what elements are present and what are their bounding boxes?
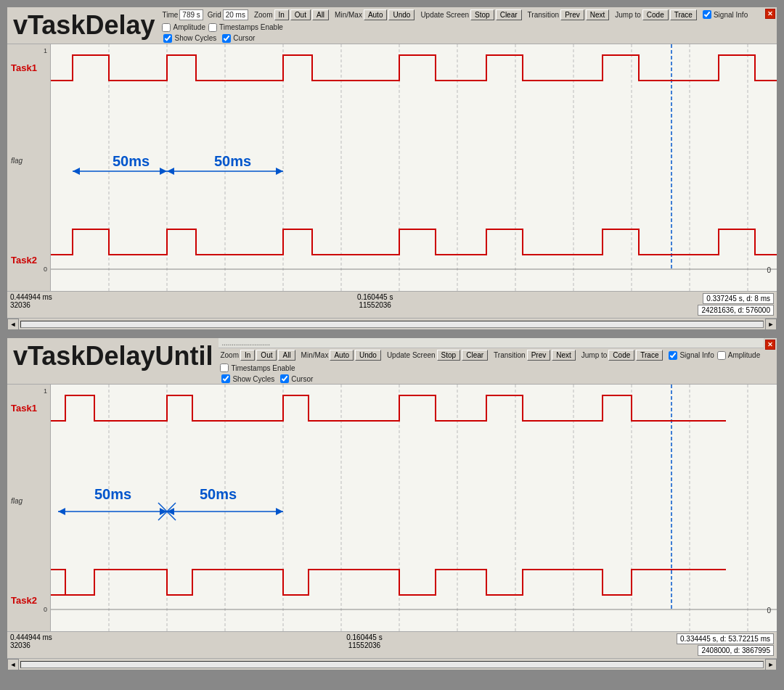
svg-text:50ms: 50ms: [200, 486, 237, 502]
scroll-right-btn2[interactable]: ►: [765, 659, 777, 670]
time-group: Time 789 s Grid 20 ms: [162, 9, 248, 20]
status-center1: 0.160445 s 11552036: [357, 293, 393, 316]
timestamps-checkbox2[interactable]: [220, 364, 229, 372]
svg-marker-38: [160, 508, 167, 515]
window2-title: vTaskDelayUntil: [7, 338, 219, 384]
scrollbar1[interactable]: ◄ ►: [7, 318, 777, 329]
waveform-canvas2[interactable]: 50ms 50ms 0: [51, 385, 777, 631]
signal-labels2: 1 Task1 flag Task2 0: [7, 385, 51, 631]
update-group: Update Screen Stop Clear: [420, 9, 521, 20]
jumpto-code-btn2[interactable]: Code: [608, 350, 634, 361]
svg-text:50ms: 50ms: [94, 486, 131, 502]
timestamps-group2: Timestamps Enable: [220, 364, 295, 372]
scrollbar-track2[interactable]: [20, 661, 764, 668]
status-time2: 0.444944 ms: [10, 633, 52, 641]
signal-info-checkbox2[interactable]: [669, 351, 677, 360]
update-stop-btn2[interactable]: Stop: [437, 350, 461, 361]
scale-top2: 1: [44, 387, 47, 395]
svg-marker-40: [167, 508, 174, 515]
scale-bottom2: 0: [44, 606, 47, 613]
waveform-svg1: 50ms 50ms 0: [51, 44, 777, 291]
minmax-auto-btn[interactable]: Auto: [364, 9, 388, 20]
minmax-label: Min/Max: [335, 11, 362, 19]
status-right2: 0.334445 s, d: 53.72215 ms 2408000, d: 3…: [677, 633, 774, 657]
window2-info-strip: ........................: [221, 339, 270, 347]
update-clear-btn2[interactable]: Clear: [462, 350, 488, 361]
show-cycles-label: Show Cycles: [174, 34, 216, 42]
minmax-undo-btn2[interactable]: Undo: [355, 350, 381, 361]
transition-label2: Transition: [494, 351, 526, 359]
signal-info-group: Signal Info: [703, 10, 748, 19]
jumpto-trace-btn[interactable]: Trace: [670, 9, 697, 20]
svg-marker-17: [167, 168, 174, 175]
scrollbar-track1[interactable]: [20, 321, 764, 328]
cursor-group: Cursor: [222, 34, 255, 43]
amplitude-group: Amplitude: [162, 23, 205, 32]
waveform-canvas1[interactable]: 50ms 50ms 0: [51, 44, 777, 291]
update-clear-btn[interactable]: Clear: [496, 9, 522, 20]
transition-next-btn2[interactable]: Next: [552, 350, 576, 361]
jumpto-trace-btn2[interactable]: Trace: [636, 350, 663, 361]
jumpto-group2: Jump to Code Trace: [581, 350, 663, 361]
update-group2: Update Screen Stop Clear: [387, 350, 488, 361]
transition-prev-btn[interactable]: Prev: [560, 9, 584, 20]
zoom-label: Zoom: [254, 11, 273, 19]
status-left2: 0.444944 ms 32036: [10, 633, 52, 657]
show-cycles-label2: Show Cycles: [232, 375, 274, 383]
jumpto-code-btn[interactable]: Code: [642, 9, 669, 20]
zoom-in-btn[interactable]: In: [274, 9, 289, 20]
status-ticks2: 32036: [10, 641, 52, 649]
signal-info-label: Signal Info: [714, 11, 748, 19]
svg-marker-14: [73, 168, 80, 175]
amplitude-label2: Amplitude: [728, 351, 760, 359]
window1-title: vTaskDelay: [7, 7, 160, 44]
cursor-checkbox2[interactable]: [280, 374, 289, 383]
zoom-all-btn[interactable]: All: [312, 9, 329, 20]
update-stop-btn[interactable]: Stop: [470, 9, 494, 20]
jumpto-label2: Jump to: [581, 351, 608, 359]
zoom-out-btn2[interactable]: Out: [256, 350, 277, 361]
timestamps-group: Timestamps Enable: [208, 23, 283, 32]
cursor-group2: Cursor: [280, 374, 313, 383]
task1-label2: Task1: [11, 403, 37, 414]
cursor-label: Cursor: [233, 34, 255, 42]
time-label: Time: [162, 11, 178, 19]
svg-text:50ms: 50ms: [214, 153, 251, 169]
minmax-undo-btn[interactable]: Undo: [388, 9, 415, 20]
update-label: Update Screen: [420, 11, 469, 19]
minmax-auto-btn2[interactable]: Auto: [330, 350, 354, 361]
update-label2: Update Screen: [387, 351, 436, 359]
cursor-checkbox[interactable]: [222, 34, 231, 43]
transition-prev-btn2[interactable]: Prev: [527, 350, 551, 361]
amplitude-checkbox[interactable]: [162, 23, 171, 32]
timestamps-label2: Timestamps Enable: [231, 364, 295, 372]
scroll-left-btn2[interactable]: ◄: [7, 659, 19, 670]
task2-label2: Task2: [11, 595, 37, 606]
zoom-out-btn[interactable]: Out: [290, 9, 311, 20]
scrollbar2[interactable]: ◄ ►: [7, 658, 777, 670]
window2-close-btn[interactable]: ✕: [765, 340, 775, 350]
signal-info-checkbox[interactable]: [703, 10, 711, 19]
status-bar1: 0.444944 ms 32036 0.160445 s 11552036 0.…: [7, 291, 777, 318]
timestamps-checkbox[interactable]: [208, 23, 217, 32]
svg-text:0: 0: [767, 607, 771, 615]
transition-next-btn[interactable]: Next: [586, 9, 610, 20]
show-cycles-checkbox2[interactable]: [221, 374, 230, 383]
status-time-center2: 0.160445 s: [346, 633, 383, 641]
zoom-all-btn2[interactable]: All: [278, 350, 295, 361]
scroll-right-btn1[interactable]: ►: [765, 319, 777, 330]
show-cycles-checkbox[interactable]: [163, 34, 172, 43]
status-right-box1b: 24281636, d: 576000: [698, 305, 774, 316]
window1-close-btn[interactable]: ✕: [765, 9, 775, 19]
minmax-label2: Min/Max: [301, 351, 329, 359]
waveform-svg2: 50ms 50ms 0: [51, 385, 777, 631]
zoom-in-btn2[interactable]: In: [240, 350, 255, 361]
grid-value: 20 ms: [223, 9, 248, 20]
jumpto-group: Jump to Code Trace: [615, 9, 697, 20]
time-value: 789 s: [179, 9, 203, 20]
amplitude-checkbox2[interactable]: [717, 351, 726, 360]
scroll-left-btn1[interactable]: ◄: [7, 319, 19, 330]
task1-label1: Task1: [11, 62, 37, 73]
minmax-group: Min/Max Auto Undo: [335, 9, 415, 20]
transition-group: Transition Prev Next: [528, 9, 610, 20]
